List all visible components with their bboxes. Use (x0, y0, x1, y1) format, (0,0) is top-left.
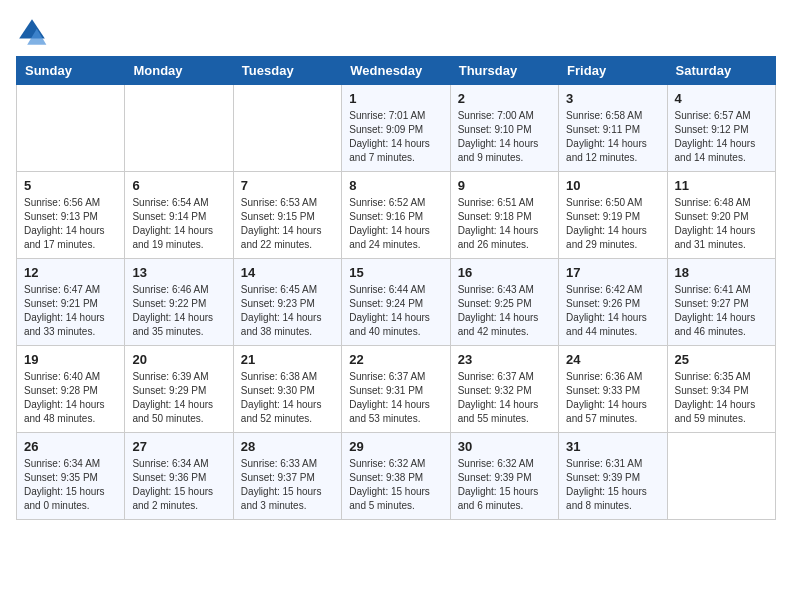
day-number: 5 (24, 178, 117, 193)
day-cell: 29Sunrise: 6:32 AM Sunset: 9:38 PM Dayli… (342, 433, 450, 520)
day-number: 8 (349, 178, 442, 193)
day-number: 18 (675, 265, 768, 280)
column-header-wednesday: Wednesday (342, 57, 450, 85)
day-number: 23 (458, 352, 551, 367)
week-row-2: 5Sunrise: 6:56 AM Sunset: 9:13 PM Daylig… (17, 172, 776, 259)
day-info: Sunrise: 6:54 AM Sunset: 9:14 PM Dayligh… (132, 196, 225, 252)
calendar-header: SundayMondayTuesdayWednesdayThursdayFrid… (17, 57, 776, 85)
day-number: 9 (458, 178, 551, 193)
day-info: Sunrise: 6:50 AM Sunset: 9:19 PM Dayligh… (566, 196, 659, 252)
day-cell: 20Sunrise: 6:39 AM Sunset: 9:29 PM Dayli… (125, 346, 233, 433)
day-cell: 31Sunrise: 6:31 AM Sunset: 9:39 PM Dayli… (559, 433, 667, 520)
calendar-body: 1Sunrise: 7:01 AM Sunset: 9:09 PM Daylig… (17, 85, 776, 520)
day-info: Sunrise: 6:43 AM Sunset: 9:25 PM Dayligh… (458, 283, 551, 339)
day-info: Sunrise: 6:57 AM Sunset: 9:12 PM Dayligh… (675, 109, 768, 165)
day-number: 27 (132, 439, 225, 454)
column-header-thursday: Thursday (450, 57, 558, 85)
day-number: 14 (241, 265, 334, 280)
column-header-monday: Monday (125, 57, 233, 85)
day-number: 17 (566, 265, 659, 280)
day-cell: 13Sunrise: 6:46 AM Sunset: 9:22 PM Dayli… (125, 259, 233, 346)
day-info: Sunrise: 6:56 AM Sunset: 9:13 PM Dayligh… (24, 196, 117, 252)
week-row-3: 12Sunrise: 6:47 AM Sunset: 9:21 PM Dayli… (17, 259, 776, 346)
day-info: Sunrise: 6:58 AM Sunset: 9:11 PM Dayligh… (566, 109, 659, 165)
day-number: 31 (566, 439, 659, 454)
day-cell: 27Sunrise: 6:34 AM Sunset: 9:36 PM Dayli… (125, 433, 233, 520)
week-row-4: 19Sunrise: 6:40 AM Sunset: 9:28 PM Dayli… (17, 346, 776, 433)
day-cell: 23Sunrise: 6:37 AM Sunset: 9:32 PM Dayli… (450, 346, 558, 433)
day-number: 12 (24, 265, 117, 280)
day-info: Sunrise: 6:33 AM Sunset: 9:37 PM Dayligh… (241, 457, 334, 513)
day-number: 15 (349, 265, 442, 280)
day-info: Sunrise: 6:44 AM Sunset: 9:24 PM Dayligh… (349, 283, 442, 339)
day-cell: 10Sunrise: 6:50 AM Sunset: 9:19 PM Dayli… (559, 172, 667, 259)
day-number: 4 (675, 91, 768, 106)
day-cell: 1Sunrise: 7:01 AM Sunset: 9:09 PM Daylig… (342, 85, 450, 172)
day-number: 26 (24, 439, 117, 454)
day-info: Sunrise: 6:32 AM Sunset: 9:38 PM Dayligh… (349, 457, 442, 513)
day-number: 21 (241, 352, 334, 367)
day-info: Sunrise: 6:53 AM Sunset: 9:15 PM Dayligh… (241, 196, 334, 252)
day-cell: 7Sunrise: 6:53 AM Sunset: 9:15 PM Daylig… (233, 172, 341, 259)
day-info: Sunrise: 6:47 AM Sunset: 9:21 PM Dayligh… (24, 283, 117, 339)
day-cell: 11Sunrise: 6:48 AM Sunset: 9:20 PM Dayli… (667, 172, 775, 259)
day-info: Sunrise: 6:34 AM Sunset: 9:36 PM Dayligh… (132, 457, 225, 513)
day-number: 7 (241, 178, 334, 193)
logo-icon (16, 16, 48, 48)
day-info: Sunrise: 6:51 AM Sunset: 9:18 PM Dayligh… (458, 196, 551, 252)
day-cell (233, 85, 341, 172)
day-info: Sunrise: 7:00 AM Sunset: 9:10 PM Dayligh… (458, 109, 551, 165)
day-cell: 12Sunrise: 6:47 AM Sunset: 9:21 PM Dayli… (17, 259, 125, 346)
day-cell: 21Sunrise: 6:38 AM Sunset: 9:30 PM Dayli… (233, 346, 341, 433)
day-cell: 3Sunrise: 6:58 AM Sunset: 9:11 PM Daylig… (559, 85, 667, 172)
day-cell: 8Sunrise: 6:52 AM Sunset: 9:16 PM Daylig… (342, 172, 450, 259)
day-number: 3 (566, 91, 659, 106)
day-info: Sunrise: 6:34 AM Sunset: 9:35 PM Dayligh… (24, 457, 117, 513)
day-cell: 30Sunrise: 6:32 AM Sunset: 9:39 PM Dayli… (450, 433, 558, 520)
column-header-friday: Friday (559, 57, 667, 85)
day-cell (17, 85, 125, 172)
day-number: 30 (458, 439, 551, 454)
day-number: 28 (241, 439, 334, 454)
day-info: Sunrise: 6:39 AM Sunset: 9:29 PM Dayligh… (132, 370, 225, 426)
day-cell: 25Sunrise: 6:35 AM Sunset: 9:34 PM Dayli… (667, 346, 775, 433)
day-number: 19 (24, 352, 117, 367)
day-number: 11 (675, 178, 768, 193)
day-cell: 9Sunrise: 6:51 AM Sunset: 9:18 PM Daylig… (450, 172, 558, 259)
day-number: 24 (566, 352, 659, 367)
day-cell (667, 433, 775, 520)
day-number: 6 (132, 178, 225, 193)
day-info: Sunrise: 6:52 AM Sunset: 9:16 PM Dayligh… (349, 196, 442, 252)
day-number: 10 (566, 178, 659, 193)
day-cell: 19Sunrise: 6:40 AM Sunset: 9:28 PM Dayli… (17, 346, 125, 433)
day-cell: 15Sunrise: 6:44 AM Sunset: 9:24 PM Dayli… (342, 259, 450, 346)
day-info: Sunrise: 6:48 AM Sunset: 9:20 PM Dayligh… (675, 196, 768, 252)
logo (16, 16, 52, 48)
day-cell: 28Sunrise: 6:33 AM Sunset: 9:37 PM Dayli… (233, 433, 341, 520)
day-number: 2 (458, 91, 551, 106)
page-header (16, 16, 776, 48)
day-cell: 2Sunrise: 7:00 AM Sunset: 9:10 PM Daylig… (450, 85, 558, 172)
column-header-saturday: Saturday (667, 57, 775, 85)
svg-marker-0 (19, 19, 45, 38)
day-cell: 4Sunrise: 6:57 AM Sunset: 9:12 PM Daylig… (667, 85, 775, 172)
day-info: Sunrise: 6:46 AM Sunset: 9:22 PM Dayligh… (132, 283, 225, 339)
day-number: 29 (349, 439, 442, 454)
day-info: Sunrise: 6:31 AM Sunset: 9:39 PM Dayligh… (566, 457, 659, 513)
calendar-table: SundayMondayTuesdayWednesdayThursdayFrid… (16, 56, 776, 520)
day-cell (125, 85, 233, 172)
day-info: Sunrise: 6:41 AM Sunset: 9:27 PM Dayligh… (675, 283, 768, 339)
week-row-5: 26Sunrise: 6:34 AM Sunset: 9:35 PM Dayli… (17, 433, 776, 520)
day-number: 20 (132, 352, 225, 367)
column-header-sunday: Sunday (17, 57, 125, 85)
day-info: Sunrise: 6:42 AM Sunset: 9:26 PM Dayligh… (566, 283, 659, 339)
day-number: 22 (349, 352, 442, 367)
day-cell: 24Sunrise: 6:36 AM Sunset: 9:33 PM Dayli… (559, 346, 667, 433)
day-number: 25 (675, 352, 768, 367)
day-number: 16 (458, 265, 551, 280)
day-info: Sunrise: 6:38 AM Sunset: 9:30 PM Dayligh… (241, 370, 334, 426)
day-cell: 14Sunrise: 6:45 AM Sunset: 9:23 PM Dayli… (233, 259, 341, 346)
day-info: Sunrise: 6:45 AM Sunset: 9:23 PM Dayligh… (241, 283, 334, 339)
day-info: Sunrise: 6:37 AM Sunset: 9:32 PM Dayligh… (458, 370, 551, 426)
week-row-1: 1Sunrise: 7:01 AM Sunset: 9:09 PM Daylig… (17, 85, 776, 172)
